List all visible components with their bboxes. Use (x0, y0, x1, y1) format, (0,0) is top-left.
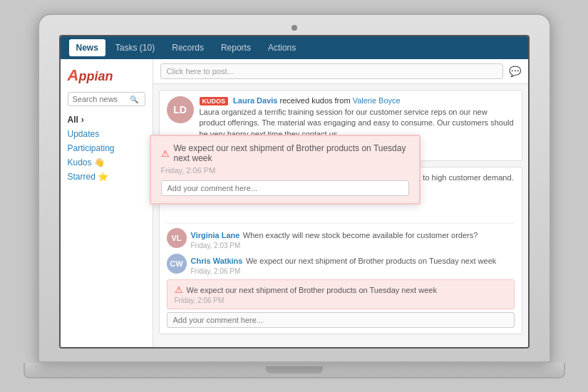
avatar-laura: LD (167, 96, 194, 123)
nav-bar: News Tasks (10) Records Reports Actions (61, 36, 528, 59)
post-bar: Click here to post... 💬 (153, 59, 528, 84)
highlight-time: Friday, 2:06 PM (175, 296, 507, 304)
avatar-chris-small: CW (167, 254, 187, 274)
search-input[interactable] (73, 95, 130, 103)
sidebar-participating[interactable]: Participating (68, 143, 145, 153)
nav-item-reports[interactable]: Reports (214, 39, 258, 56)
laptop-base (24, 363, 565, 378)
search-box[interactable]: 🔍 (68, 92, 145, 106)
nav-item-actions[interactable]: Actions (261, 39, 303, 56)
overlay-comment-input[interactable] (161, 180, 409, 196)
chevron-right-icon: › (81, 115, 84, 125)
highlight-text: ⚠ We expect our next shipment of Brother… (175, 284, 507, 295)
sidebar-kudos[interactable]: Kudos 👋 (68, 158, 145, 167)
feed-scroll[interactable]: LD KUDOS Laura Davis received kudos from… (153, 84, 528, 347)
feed-author-line: KUDOS Laura Davis received kudos from Va… (200, 96, 515, 105)
comment-time-chris: Friday, 2:06 PM (191, 267, 497, 275)
sidebar-all-label[interactable]: All › (68, 115, 145, 125)
nav-item-records[interactable]: Records (165, 39, 211, 56)
comment-input[interactable] (167, 312, 515, 328)
avatar-virginia: VL (167, 228, 187, 248)
overlay-time: Friday, 2:06 PM (161, 166, 409, 175)
overlay-text: ⚠ We expect our next shipment of Brother… (161, 143, 409, 163)
comment-virginia: VL Virginia Lane When exactly will new s… (167, 228, 515, 249)
comment-icon: 💬 (509, 66, 521, 77)
comment-chris: CW Chris Watkins We expect our next ship… (167, 254, 515, 275)
comment-section: VL Virginia Lane When exactly will new s… (167, 223, 515, 328)
laptop-shell: News Tasks (10) Records Reports Actions … (38, 14, 551, 363)
nav-item-tasks[interactable]: Tasks (10) (108, 39, 162, 56)
comment-input-row (167, 312, 515, 328)
post-input[interactable]: Click here to post... (160, 63, 503, 79)
kudos-from-person[interactable]: Valerie Boyce (353, 96, 401, 105)
comment-text-chris: Chris Watkins We expect our next shipmen… (191, 254, 497, 267)
comment-highlight: ⚠ We expect our next shipment of Brother… (167, 279, 515, 309)
sidebar-nav: All › Updates Participating Kudos 👋 Star… (68, 115, 145, 182)
comment-text-virginia: Virginia Lane When exactly will new stoc… (191, 228, 478, 241)
appian-logo: Appian (68, 66, 145, 85)
sidebar: Appian 🔍 All › Updates Participating (61, 59, 153, 347)
laptop-base-notch (266, 366, 323, 373)
error-icon: ⚠ (175, 284, 183, 295)
sidebar-updates[interactable]: Updates (68, 129, 145, 139)
overlay-error-icon: ⚠ (161, 148, 170, 159)
kudos-badge: KUDOS (200, 97, 229, 105)
search-icon: 🔍 (130, 96, 138, 103)
overlay-popup: ⚠ We expect our next shipment of Brother… (150, 135, 421, 205)
received-from-text: received kudos from (280, 96, 353, 105)
sidebar-starred[interactable]: Starred ⭐ (68, 172, 145, 182)
laptop-camera (292, 25, 297, 31)
comment-time-virginia: Friday, 2:03 PM (191, 242, 478, 249)
feed-author-name[interactable]: Laura Davis (233, 96, 277, 105)
nav-item-news[interactable]: News (69, 39, 105, 56)
laptop-screen: News Tasks (10) Records Reports Actions … (59, 35, 530, 349)
